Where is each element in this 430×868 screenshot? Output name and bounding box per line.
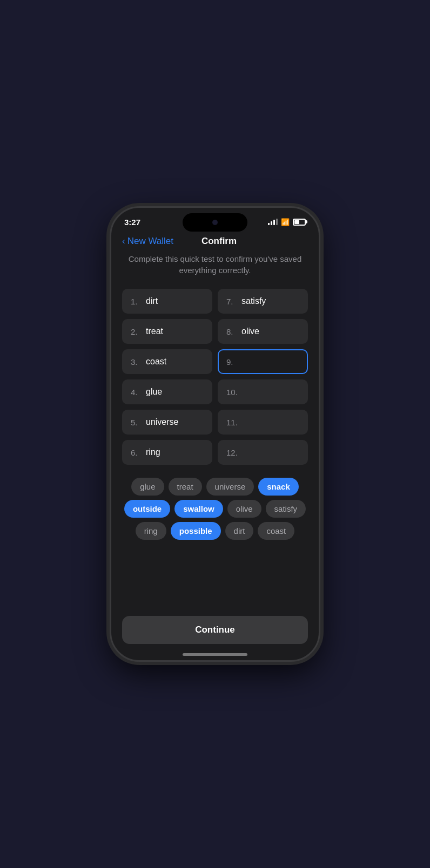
word-cell: 11.: [218, 410, 308, 435]
word-number: 1.: [131, 297, 143, 306]
nav-bar: ‹ New Wallet Confirm: [111, 232, 319, 253]
main-content: Complete this quick test to confirm you'…: [111, 253, 319, 540]
home-indicator: [183, 653, 247, 656]
page-title: Confirm: [201, 236, 237, 247]
status-icons: 📶: [268, 218, 306, 226]
word-text: coast: [146, 357, 166, 367]
continue-button[interactable]: Continue: [122, 616, 308, 644]
word-cell: 7.satisfy: [218, 289, 308, 314]
battery-icon: [293, 219, 306, 226]
word-number: 5.: [131, 418, 143, 427]
word-cell: 3.coast: [122, 349, 212, 374]
camera-dot: [212, 220, 218, 225]
word-number: 9.: [226, 357, 238, 367]
chips-container: gluetreatuniversesnackoutsideswallowoliv…: [122, 478, 308, 540]
word-cell: 2.treat: [122, 319, 212, 344]
word-chip[interactable]: dirt: [225, 522, 254, 540]
word-text: glue: [146, 387, 162, 397]
word-chip[interactable]: outside: [124, 500, 170, 518]
word-text: olive: [241, 327, 259, 336]
status-time: 3:27: [124, 218, 140, 227]
word-number: 4.: [131, 388, 143, 397]
word-number: 12.: [226, 448, 238, 457]
word-chip[interactable]: ring: [136, 522, 166, 540]
word-cell: 5.universe: [122, 410, 212, 435]
back-button[interactable]: ‹ New Wallet: [122, 236, 173, 247]
word-cell: 10.: [218, 379, 308, 404]
word-chip[interactable]: satisfy: [266, 500, 306, 518]
subtitle-text: Complete this quick test to confirm you'…: [122, 253, 308, 276]
word-text: universe: [146, 417, 178, 427]
phone-frame: 3:27 📶 ‹ New Wallet Confirm Complete thi…: [110, 206, 320, 662]
word-number: 6.: [131, 448, 143, 457]
word-chip[interactable]: treat: [169, 478, 202, 496]
word-chip[interactable]: olive: [227, 500, 261, 518]
word-cell: 1.dirt: [122, 289, 212, 314]
word-text: satisfy: [241, 296, 266, 306]
word-cell: 9.: [218, 349, 308, 374]
word-chip[interactable]: glue: [131, 478, 164, 496]
dynamic-island: [183, 213, 247, 232]
word-chip[interactable]: universe: [206, 478, 254, 496]
word-cell: 6.ring: [122, 440, 212, 465]
word-chip[interactable]: snack: [258, 478, 299, 496]
word-text: ring: [146, 447, 160, 457]
word-chip[interactable]: swallow: [174, 500, 223, 518]
word-chip[interactable]: possible: [171, 522, 221, 540]
wifi-icon: 📶: [281, 218, 290, 226]
word-number: 7.: [226, 297, 238, 306]
word-cell: 4.glue: [122, 379, 212, 404]
signal-icon: [268, 219, 278, 225]
word-grid: 1.dirt7.satisfy2.treat8.olive3.coast9. 4…: [122, 289, 308, 465]
word-number: 3.: [131, 357, 143, 367]
back-label: New Wallet: [127, 236, 173, 247]
word-cell: 8.olive: [218, 319, 308, 344]
word-cell: 12.: [218, 440, 308, 465]
battery-fill: [294, 220, 299, 224]
word-chip[interactable]: coast: [258, 522, 294, 540]
word-number: 11.: [226, 418, 238, 427]
word-text: dirt: [146, 296, 158, 306]
word-number: 2.: [131, 327, 143, 336]
word-number: 10.: [226, 388, 238, 397]
word-number: 8.: [226, 327, 238, 336]
chevron-left-icon: ‹: [122, 236, 125, 247]
word-text: treat: [146, 327, 163, 336]
